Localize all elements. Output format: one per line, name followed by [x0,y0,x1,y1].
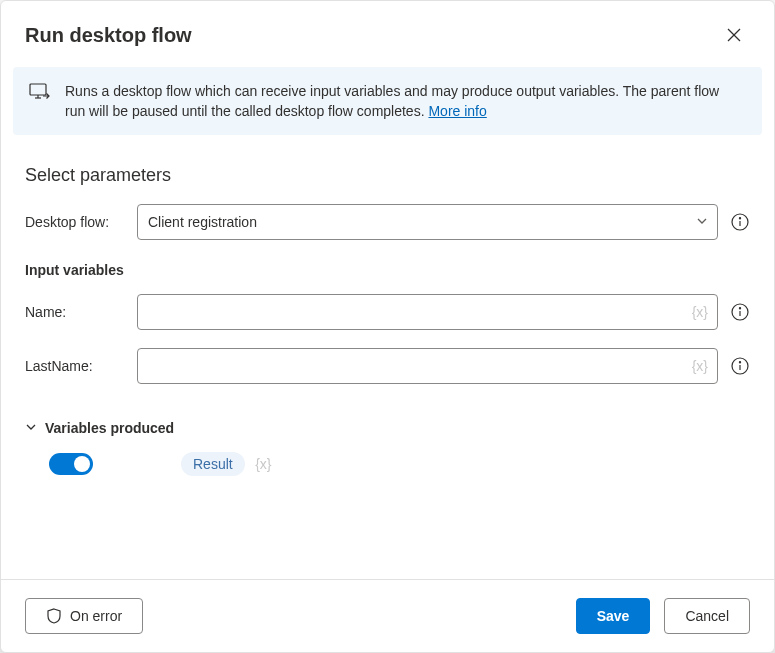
lastname-label: LastName: [25,358,125,374]
lastname-info-button[interactable] [730,356,750,376]
name-info-button[interactable] [730,302,750,322]
shield-icon [46,608,62,624]
input-variables-title: Input variables [25,262,750,278]
cancel-button[interactable]: Cancel [664,598,750,634]
lastname-row: LastName: {x} [25,348,750,384]
name-input[interactable] [137,294,718,330]
save-button[interactable]: Save [576,598,651,634]
lastname-input[interactable] [137,348,718,384]
banner-text: Runs a desktop flow which can receive in… [65,83,719,119]
desktop-flow-label: Desktop flow: [25,214,125,230]
variables-produced-header[interactable]: Variables produced [25,420,750,436]
info-icon [731,357,749,375]
banner-text-wrap: Runs a desktop flow which can receive in… [65,81,742,121]
result-pill: Result [181,452,245,476]
variables-produced-body: Result {x} [25,452,750,476]
cancel-label: Cancel [685,608,729,624]
result-variable: Result {x} [181,452,272,476]
result-toggle[interactable] [49,453,93,475]
svg-point-10 [739,308,740,309]
dialog-body: Select parameters Desktop flow: Input va… [1,135,774,579]
info-icon [731,303,749,321]
variable-placeholder-icon: {x} [255,456,271,472]
dialog-header: Run desktop flow [1,1,774,61]
footer-actions: Save Cancel [576,598,750,634]
name-label: Name: [25,304,125,320]
variables-produced-title: Variables produced [45,420,174,436]
name-row: Name: {x} [25,294,750,330]
run-desktop-flow-dialog: Run desktop flow Runs a desktop flow whi… [0,0,775,653]
more-info-link[interactable]: More info [428,103,486,119]
select-parameters-title: Select parameters [25,165,750,186]
desktop-flow-icon [29,81,51,108]
desktop-flow-info-button[interactable] [730,212,750,232]
on-error-button[interactable]: On error [25,598,143,634]
desktop-flow-select[interactable] [137,204,718,240]
svg-point-13 [739,362,740,363]
svg-point-7 [739,218,740,219]
desktop-flow-row: Desktop flow: [25,204,750,240]
on-error-label: On error [70,608,122,624]
close-button[interactable] [718,19,750,51]
close-icon [727,28,741,42]
info-banner: Runs a desktop flow which can receive in… [13,67,762,135]
dialog-footer: On error Save Cancel [1,579,774,652]
save-label: Save [597,608,630,624]
info-icon [731,213,749,231]
svg-rect-2 [30,84,46,95]
chevron-down-icon [25,420,37,436]
dialog-title: Run desktop flow [25,24,192,47]
